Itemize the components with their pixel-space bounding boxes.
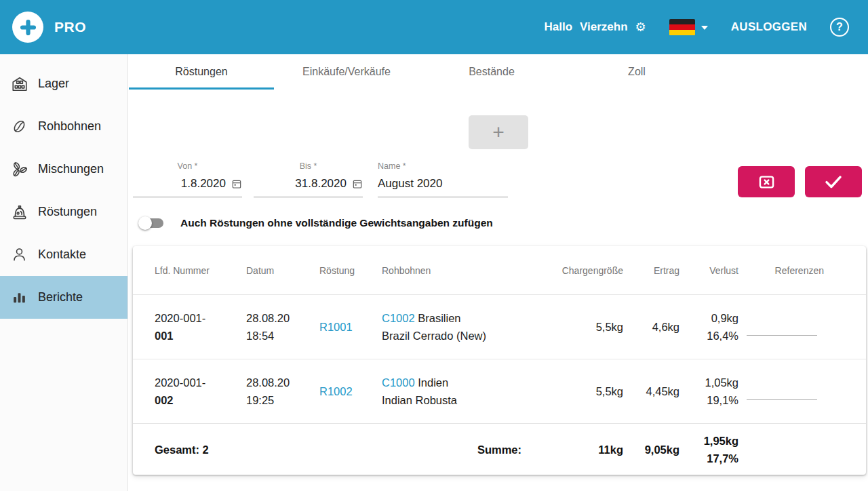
footer-gesamt: Gesamt: 2 (155, 441, 382, 458)
cell-referenzen (738, 313, 833, 340)
cell-lfd-nummer: 2020-001- 001 (155, 309, 246, 345)
bis-value[interactable]: 31.8.2020 (295, 177, 347, 191)
col-header-rohbohnen: Rohbohnen (382, 265, 521, 276)
top-bar: PRO Hallo Vierzehn ⚙ AUSLOGGEN ? (0, 0, 868, 54)
main-content: Röstungen Einkäufe/Verkäufe Bestände Zol… (129, 54, 868, 475)
von-field[interactable]: Von * 1.8.2020 (133, 161, 242, 197)
sidebar-item-label: Mischungen (38, 162, 104, 176)
toggle-row: Auch Röstungen ohne vollständige Gewicht… (138, 216, 868, 231)
cell-rohbohnen: C1002 Brasilien Brazil Cerrado (New) (382, 309, 521, 345)
beans-blend-icon (10, 160, 28, 178)
bean-code-link[interactable]: C1002 (382, 312, 415, 324)
warehouse-icon (10, 75, 28, 93)
table-row: 2020-001- 002 28.08.20 19:25 R1002 C1000… (133, 359, 866, 424)
tab-roestungen[interactable]: Röstungen (129, 54, 274, 90)
cell-chargengroesse: 5,5kg (521, 382, 623, 400)
sidebar-item-lager[interactable]: Lager (0, 62, 127, 105)
cell-rohbohnen: C1000 Indien Indian Robusta (382, 374, 521, 409)
col-header-ertrag: Ertrag (623, 265, 679, 276)
tab-bestaende[interactable]: Bestände (419, 54, 564, 90)
name-field[interactable]: Name * August 2020 (378, 161, 508, 197)
sidebar-item-label: Kontakte (38, 248, 86, 262)
footer-ertrag: 9,05kg (623, 441, 679, 458)
sidebar-item-berichte[interactable]: Berichte (0, 276, 127, 319)
cell-chargengroesse: 5,5kg (521, 318, 623, 336)
sidebar-item-roestungen[interactable]: Röstungen (0, 191, 127, 233)
table-header-row: Lfd. Nummer Datum Röstung Rohbohnen Char… (133, 246, 866, 295)
sidebar-item-label: Rohbohnen (38, 119, 101, 134)
roaster-icon (10, 203, 28, 221)
confirm-button[interactable] (805, 166, 862, 197)
coffee-bean-icon (10, 117, 28, 136)
cell-roestung: R1001 (319, 318, 382, 336)
cell-referenzen (738, 378, 833, 405)
tab-bar: Röstungen Einkäufe/Verkäufe Bestände Zol… (129, 54, 868, 90)
reference-placeholder-line (747, 335, 817, 336)
language-selector[interactable] (669, 19, 708, 36)
name-value[interactable]: August 2020 (378, 177, 442, 191)
cell-ertrag: 4,6kg (623, 318, 679, 336)
sidebar-item-label: Lager (38, 77, 69, 91)
settings-gear-icon[interactable]: ⚙ (635, 21, 646, 33)
bar-chart-icon (10, 288, 28, 307)
cell-verlust: 1,05kg 19,1% (679, 374, 738, 409)
cell-roestung: R1002 (319, 382, 382, 400)
user-greeting: Hallo Vierzehn ⚙ (544, 20, 646, 34)
footer-chargengroesse: 11kg (521, 441, 623, 458)
greeting-username: Vierzehn (580, 20, 628, 34)
plus-logo-icon (12, 12, 43, 43)
cell-datum: 28.08.20 18:54 (246, 309, 319, 345)
include-incomplete-weights-toggle[interactable] (138, 216, 165, 231)
col-header-referenzen: Referenzen (738, 265, 833, 276)
x-box-icon (757, 173, 776, 191)
toggle-label: Auch Röstungen ohne vollständige Gewicht… (180, 217, 493, 229)
app-logo[interactable]: PRO (12, 12, 86, 43)
sidebar-item-mischungen[interactable]: Mischungen (0, 148, 127, 191)
von-label: Von * (133, 161, 242, 171)
german-flag-icon (669, 19, 695, 36)
tab-zoll[interactable]: Zoll (564, 54, 709, 90)
col-header-datum: Datum (246, 265, 319, 276)
roastings-report-table: Lfd. Nummer Datum Röstung Rohbohnen Char… (133, 246, 866, 475)
add-report-button[interactable]: + (469, 115, 528, 149)
brand-name: PRO (54, 19, 86, 35)
sidebar-item-label: Berichte (38, 290, 83, 305)
col-header-lfd-nummer: Lfd. Nummer (155, 265, 246, 276)
footer-verlust: 1,95kg 17,7% (679, 432, 738, 467)
roast-link[interactable]: R1002 (319, 385, 353, 397)
von-value[interactable]: 1.8.2020 (181, 177, 226, 191)
bis-field[interactable]: Bis * 31.8.2020 (254, 161, 363, 197)
report-form: Von * 1.8.2020 Bis * 31.8.2020 (133, 161, 862, 197)
sidebar-item-label: Röstungen (38, 205, 97, 219)
person-icon (10, 246, 28, 264)
cell-verlust: 0,9kg 16,4% (679, 309, 738, 345)
cell-lfd-nummer: 2020-001- 002 (155, 374, 246, 409)
cell-ertrag: 4,45kg (623, 382, 679, 400)
help-icon[interactable]: ? (830, 18, 849, 37)
col-header-verlust: Verlust (679, 265, 738, 276)
col-header-chargengroesse: Chargengröße (521, 265, 623, 276)
name-label: Name * (378, 161, 508, 171)
col-header-roestung: Röstung (319, 265, 382, 276)
cancel-button[interactable] (738, 166, 795, 197)
greeting-hello: Hallo (544, 20, 572, 34)
footer-summe-label: Summe: (382, 441, 521, 458)
table-footer-row: Gesamt: 2 Summe: 11kg 9,05kg 1,95kg 17,7… (133, 424, 866, 475)
tab-einkaeufe-verkaeufe[interactable]: Einkäufe/Verkäufe (274, 54, 419, 90)
bean-code-link[interactable]: C1000 (382, 376, 415, 389)
table-row: 2020-001- 001 28.08.20 18:54 R1001 C1002… (133, 295, 866, 359)
sidebar-item-rohbohnen[interactable]: Rohbohnen (0, 105, 127, 148)
cell-datum: 28.08.20 19:25 (246, 374, 319, 409)
calendar-icon[interactable] (352, 178, 363, 189)
form-actions (738, 166, 862, 197)
sidebar-item-kontakte[interactable]: Kontakte (0, 233, 127, 276)
bis-label: Bis * (254, 161, 363, 171)
roast-link[interactable]: R1001 (319, 321, 353, 333)
calendar-icon[interactable] (231, 178, 242, 189)
chevron-down-icon (701, 26, 708, 33)
check-icon (823, 172, 844, 192)
reference-placeholder-line (747, 399, 817, 400)
logout-button[interactable]: AUSLOGGEN (731, 20, 807, 34)
sidebar: Lager Rohbohnen Mischungen (0, 54, 128, 491)
